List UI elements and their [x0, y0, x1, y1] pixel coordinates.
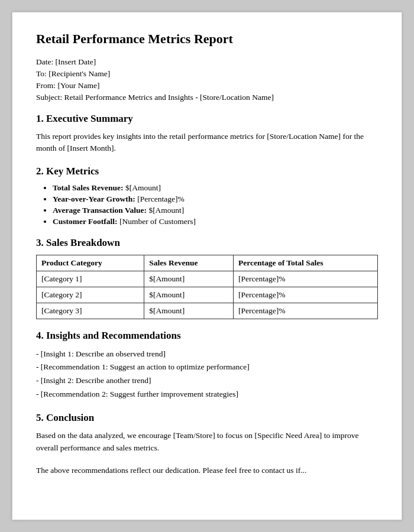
table-cell-percentage: [Percentage]% — [234, 271, 378, 287]
conclusion-text-1: Based on the data analyzed, we encourage… — [36, 430, 378, 454]
section-key-metrics-heading: 2. Key Metrics — [36, 166, 378, 177]
insights-block: - [Insight 1: Describe an observed trend… — [36, 348, 378, 402]
executive-summary-text: This report provides key insights into t… — [36, 131, 378, 155]
insight-line: - [Recommendation 2: Suggest further imp… — [36, 388, 378, 401]
bullet-bold: Average Transaction Value: — [53, 206, 147, 215]
section-sales-breakdown-heading: 3. Sales Breakdown — [36, 237, 378, 249]
table-cell-revenue: $[Amount] — [144, 287, 234, 303]
table-cell-category: [Category 3] — [37, 303, 144, 319]
list-item: Year-over-Year Growth: [Percentage]% — [53, 194, 378, 204]
insight-line: - [Insight 2: Describe another trend] — [36, 374, 378, 388]
section-conclusion-heading: 5. Conclusion — [36, 412, 378, 424]
col-header-percentage: Percentage of Total Sales — [234, 255, 378, 271]
meta-from: From: [Your Name] — [36, 81, 378, 90]
bullet-bold: Total Sales Revenue: — [53, 183, 124, 192]
list-item: Customer Footfall: [Number of Customers] — [53, 217, 378, 226]
table-row: [Category 3] $[Amount] [Percentage]% — [37, 303, 378, 319]
meta-subject: Subject: Retail Performance Metrics and … — [36, 93, 378, 102]
report-title: Retail Performance Metrics Report — [36, 31, 378, 47]
bullet-bold: Customer Footfall: — [53, 217, 118, 226]
insight-line: - [Recommendation 1: Suggest an action t… — [36, 361, 378, 374]
col-header-product: Product Category — [37, 255, 144, 271]
conclusion-text-2: The above recommendations reflect our de… — [36, 465, 378, 476]
meta-date: Date: [Insert Date] — [36, 57, 378, 67]
section-executive-summary-heading: 1. Executive Summary — [36, 113, 378, 125]
list-item: Total Sales Revenue: $[Amount] — [53, 183, 378, 193]
table-cell-category: [Category 2] — [37, 287, 144, 303]
table-cell-percentage: [Percentage]% — [234, 303, 378, 319]
table-header-row: Product Category Sales Revenue Percentag… — [37, 255, 378, 271]
meta-to: To: [Recipient's Name] — [36, 69, 378, 79]
table-cell-revenue: $[Amount] — [144, 303, 234, 319]
list-item: Average Transaction Value: $[Amount] — [53, 206, 378, 215]
table-cell-revenue: $[Amount] — [144, 271, 234, 287]
table-row: [Category 1] $[Amount] [Percentage]% — [37, 271, 378, 287]
report-page: Retail Performance Metrics Report Date: … — [12, 12, 402, 520]
table-cell-category: [Category 1] — [37, 271, 144, 287]
key-metrics-list: Total Sales Revenue: $[Amount] Year-over… — [53, 183, 378, 226]
table-cell-percentage: [Percentage]% — [234, 287, 378, 303]
col-header-revenue: Sales Revenue — [144, 255, 234, 271]
table-row: [Category 2] $[Amount] [Percentage]% — [37, 287, 378, 303]
sales-breakdown-table: Product Category Sales Revenue Percentag… — [36, 255, 378, 319]
bullet-bold: Year-over-Year Growth: — [53, 194, 135, 203]
insight-line: - [Insight 1: Describe an observed trend… — [36, 348, 378, 361]
section-insights-heading: 4. Insights and Recommendations — [36, 330, 378, 342]
